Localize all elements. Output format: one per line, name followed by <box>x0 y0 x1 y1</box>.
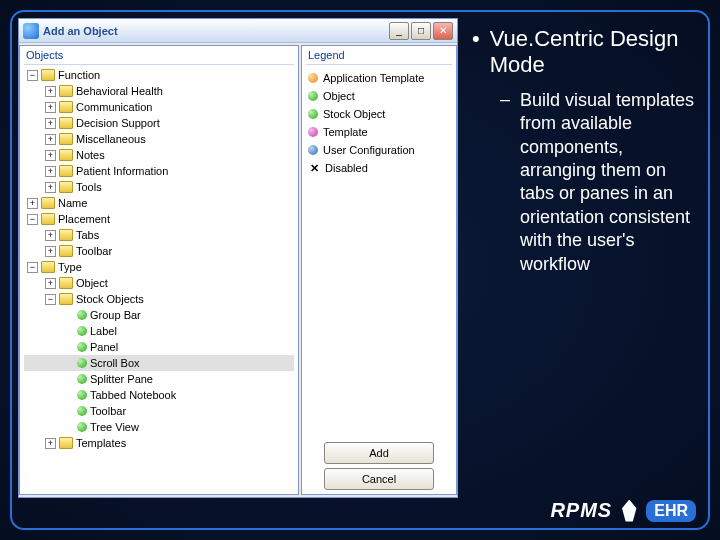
tree-item[interactable]: Toolbar <box>24 403 294 419</box>
tree-item[interactable]: −Stock Objects <box>24 291 294 307</box>
collapse-icon[interactable]: − <box>27 214 38 225</box>
expand-icon[interactable]: + <box>45 118 56 129</box>
cancel-button[interactable]: Cancel <box>324 468 434 490</box>
tree-item-label: Toolbar <box>76 245 112 257</box>
tree-item[interactable]: +Tabs <box>24 227 294 243</box>
folder-icon <box>59 165 73 177</box>
tree-item[interactable]: Scroll Box <box>24 355 294 371</box>
titlebar: Add an Object _ □ ✕ <box>19 19 457 43</box>
tree-item[interactable]: +Decision Support <box>24 115 294 131</box>
legend-item: Application Template <box>308 69 450 87</box>
tree-item-label: Object <box>76 277 108 289</box>
folder-icon <box>59 229 73 241</box>
expand-icon[interactable]: + <box>45 182 56 193</box>
logo: RPMS EHR <box>550 499 696 522</box>
tree-item-label: Notes <box>76 149 105 161</box>
tree-item-label: Scroll Box <box>90 357 140 369</box>
tree-item[interactable]: +Object <box>24 275 294 291</box>
app-template-icon <box>308 73 318 83</box>
tree-item[interactable]: +Miscellaneous <box>24 131 294 147</box>
tree-item[interactable]: −Placement <box>24 211 294 227</box>
tree-item-label: Tools <box>76 181 102 193</box>
folder-icon <box>41 69 55 81</box>
slide-title: Vue.Centric Design Mode <box>490 26 698 79</box>
expand-icon[interactable]: + <box>45 278 56 289</box>
disabled-icon: ✕ <box>308 162 320 174</box>
tree-item[interactable]: Label <box>24 323 294 339</box>
expand-icon[interactable]: + <box>45 150 56 161</box>
legend-panel: Legend Application TemplateObjectStock O… <box>301 45 457 495</box>
maximize-button[interactable]: □ <box>411 22 431 40</box>
tree-item-label: Miscellaneous <box>76 133 146 145</box>
objects-tree[interactable]: −Function+Behavioral Health+Communicatio… <box>20 65 298 494</box>
folder-icon <box>41 261 55 273</box>
folder-icon <box>59 181 73 193</box>
object-icon <box>308 109 318 119</box>
folder-icon <box>41 197 55 209</box>
expand-icon[interactable]: + <box>45 246 56 257</box>
expand-icon[interactable]: + <box>45 134 56 145</box>
app-icon <box>23 23 39 39</box>
objects-panel: Objects −Function+Behavioral Health+Comm… <box>19 45 299 495</box>
tree-item[interactable]: +Patient Information <box>24 163 294 179</box>
legend-item-label: Stock Object <box>323 108 385 120</box>
tree-item[interactable]: +Name <box>24 195 294 211</box>
tree-item[interactable]: +Notes <box>24 147 294 163</box>
minimize-button[interactable]: _ <box>389 22 409 40</box>
slide-body: Build visual templates from available co… <box>520 89 698 276</box>
tree-item[interactable]: +Behavioral Health <box>24 83 294 99</box>
template-icon <box>308 127 318 137</box>
expand-icon[interactable]: + <box>27 198 38 209</box>
expand-icon[interactable]: + <box>45 166 56 177</box>
expand-icon[interactable]: + <box>45 230 56 241</box>
expand-icon[interactable]: + <box>45 102 56 113</box>
object-icon <box>77 326 87 336</box>
tree-item-label: Patient Information <box>76 165 168 177</box>
tree-item[interactable]: +Tools <box>24 179 294 195</box>
object-icon <box>77 422 87 432</box>
expand-icon[interactable]: + <box>45 438 56 449</box>
slide-text: • Vue.Centric Design Mode – Build visual… <box>468 18 702 522</box>
legend-item-label: Object <box>323 90 355 102</box>
tree-item-label: Tree View <box>90 421 139 433</box>
add-object-dialog: Add an Object _ □ ✕ Objects −Function+Be… <box>18 18 458 498</box>
folder-icon <box>59 117 73 129</box>
tree-item[interactable]: Tabbed Notebook <box>24 387 294 403</box>
tree-item[interactable]: +Toolbar <box>24 243 294 259</box>
tree-item[interactable]: Splitter Pane <box>24 371 294 387</box>
logo-ehr-text: EHR <box>646 500 696 522</box>
close-button[interactable]: ✕ <box>433 22 453 40</box>
object-icon <box>77 310 87 320</box>
tree-item-label: Panel <box>90 341 118 353</box>
config-icon <box>308 145 318 155</box>
tree-item-label: Toolbar <box>90 405 126 417</box>
objects-header: Objects <box>20 46 298 64</box>
tree-item-label: Name <box>58 197 87 209</box>
folder-icon <box>59 101 73 113</box>
tree-item[interactable]: −Function <box>24 67 294 83</box>
tree-item[interactable]: Tree View <box>24 419 294 435</box>
collapse-icon[interactable]: − <box>27 262 38 273</box>
collapse-icon[interactable]: − <box>45 294 56 305</box>
legend-item-label: User Configuration <box>323 144 415 156</box>
tree-item[interactable]: Group Bar <box>24 307 294 323</box>
object-icon <box>77 342 87 352</box>
folder-icon <box>41 213 55 225</box>
collapse-icon[interactable]: − <box>27 70 38 81</box>
tree-item[interactable]: −Type <box>24 259 294 275</box>
add-button[interactable]: Add <box>324 442 434 464</box>
tree-item-label: Decision Support <box>76 117 160 129</box>
legend-item-label: Disabled <box>325 162 368 174</box>
legend-list: Application TemplateObjectStock ObjectTe… <box>302 65 456 181</box>
folder-icon <box>59 245 73 257</box>
object-icon <box>77 358 87 368</box>
tree-item-label: Communication <box>76 101 152 113</box>
legend-item: Template <box>308 123 450 141</box>
tree-item[interactable]: +Communication <box>24 99 294 115</box>
tree-item[interactable]: +Templates <box>24 435 294 451</box>
tree-item-label: Label <box>90 325 117 337</box>
tree-item-label: Stock Objects <box>76 293 144 305</box>
folder-icon <box>59 133 73 145</box>
tree-item[interactable]: Panel <box>24 339 294 355</box>
expand-icon[interactable]: + <box>45 86 56 97</box>
